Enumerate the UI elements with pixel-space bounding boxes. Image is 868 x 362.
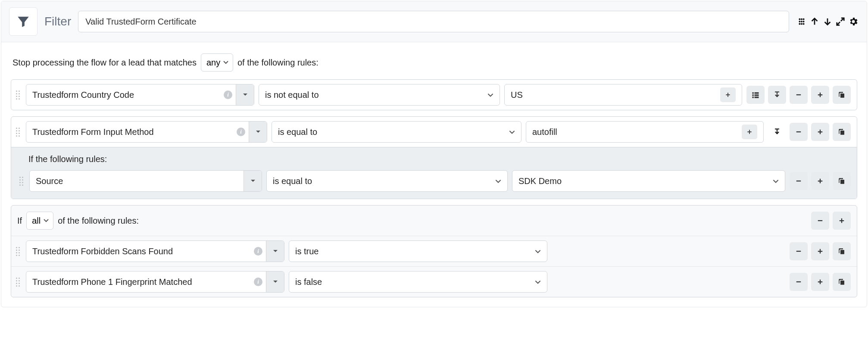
- operator-select[interactable]: is false: [289, 271, 547, 293]
- svg-rect-17: [840, 180, 844, 184]
- add-icon[interactable]: [811, 123, 829, 141]
- step-title-input[interactable]: [78, 11, 789, 32]
- remove-icon[interactable]: [790, 172, 808, 190]
- row-actions: [790, 273, 851, 291]
- info-icon[interactable]: i: [237, 128, 245, 136]
- info-icon[interactable]: i: [254, 247, 262, 256]
- add-icon[interactable]: [811, 86, 829, 104]
- svg-rect-15: [840, 94, 844, 98]
- drag-handle-icon[interactable]: [14, 89, 22, 101]
- insert-below-icon[interactable]: [768, 123, 786, 141]
- value-select[interactable]: SDK Demo: [512, 170, 785, 192]
- list-icon[interactable]: [746, 86, 765, 104]
- row-actions: [790, 172, 851, 190]
- value-label: SDK Demo: [518, 176, 562, 186]
- svg-point-2: [803, 18, 805, 20]
- info-icon[interactable]: i: [254, 278, 262, 286]
- value-input-wrap: [504, 84, 742, 106]
- remove-icon[interactable]: [790, 273, 808, 291]
- sub-rules-title: If the following rules:: [28, 154, 851, 164]
- sub-rule-row: Source is equal to SDK Demo: [17, 170, 851, 192]
- operator-select[interactable]: is equal to: [266, 170, 508, 192]
- svg-rect-11: [752, 94, 754, 96]
- operator-label: is false: [295, 277, 322, 287]
- step-type-label: Filter: [44, 15, 71, 28]
- group-intro: If all of the following rules:: [17, 212, 139, 230]
- insert-below-icon[interactable]: [768, 86, 786, 104]
- operator-select[interactable]: is true: [289, 240, 547, 262]
- svg-point-7: [801, 23, 802, 25]
- chevron-down-icon[interactable]: [266, 241, 284, 262]
- copy-icon[interactable]: [833, 242, 851, 260]
- move-down-icon[interactable]: [822, 16, 833, 27]
- step-header: Filter: [1, 1, 867, 42]
- drag-handle-icon[interactable]: [14, 126, 22, 138]
- chevron-down-icon[interactable]: [266, 272, 284, 292]
- gear-icon[interactable]: [848, 16, 859, 27]
- drag-handle-icon[interactable]: [17, 175, 25, 187]
- header-actions: [796, 16, 859, 27]
- field-label: Trustedform Country Code: [32, 90, 220, 100]
- chevron-down-icon: [535, 280, 541, 284]
- drag-handle-icon[interactable]: [14, 245, 22, 258]
- copy-icon[interactable]: [833, 86, 851, 104]
- copy-icon[interactable]: [833, 172, 851, 190]
- rule-block: Trustedform Country Code i is not equal …: [11, 79, 857, 110]
- svg-rect-18: [840, 250, 844, 254]
- value-input[interactable]: [532, 127, 738, 137]
- field-select[interactable]: Trustedform Forbidden Scans Found i: [26, 240, 284, 262]
- add-icon[interactable]: [811, 273, 829, 291]
- add-icon[interactable]: [833, 212, 851, 230]
- svg-rect-14: [755, 97, 759, 98]
- svg-rect-9: [752, 92, 754, 94]
- svg-rect-10: [755, 92, 759, 94]
- operator-select[interactable]: is not equal to: [259, 84, 500, 106]
- filter-icon: [9, 7, 37, 36]
- svg-rect-13: [752, 97, 754, 98]
- remove-icon[interactable]: [790, 123, 808, 141]
- field-label: Source: [36, 176, 244, 186]
- field-select[interactable]: Source: [29, 170, 262, 192]
- drag-grid-icon[interactable]: [796, 16, 807, 27]
- chevron-down-icon[interactable]: [236, 84, 254, 105]
- group-before: If: [17, 216, 22, 226]
- add-value-icon[interactable]: [720, 87, 736, 102]
- svg-point-4: [801, 21, 802, 22]
- add-icon[interactable]: [811, 242, 829, 260]
- field-select[interactable]: Trustedform Country Code i: [26, 84, 254, 106]
- field-select[interactable]: Trustedform Form Input Method i: [26, 121, 267, 143]
- operator-label: is equal to: [278, 127, 317, 137]
- match-mode-select[interactable]: any: [201, 53, 233, 72]
- rule-row: Trustedform Forbidden Scans Found i is t…: [11, 236, 857, 267]
- field-label: Trustedform Form Input Method: [32, 127, 233, 137]
- rule-group: If all of the following rules:: [11, 205, 857, 297]
- chevron-down-icon: [773, 179, 779, 183]
- copy-icon[interactable]: [833, 273, 851, 291]
- add-icon[interactable]: [811, 172, 829, 190]
- copy-icon[interactable]: [833, 123, 851, 141]
- value-input[interactable]: [511, 90, 717, 100]
- operator-select[interactable]: is equal to: [272, 121, 521, 143]
- intro-after: of the following rules:: [237, 58, 318, 68]
- field-select[interactable]: Trustedform Phone 1 Fingerprint Matched …: [26, 271, 284, 293]
- svg-point-0: [799, 18, 800, 20]
- rule-row: Trustedform Country Code i is not equal …: [11, 80, 857, 110]
- svg-point-1: [801, 18, 802, 20]
- group-header: If all of the following rules:: [11, 206, 857, 236]
- info-icon[interactable]: i: [224, 90, 232, 99]
- group-actions: [811, 212, 851, 230]
- remove-icon[interactable]: [790, 242, 808, 260]
- drag-handle-icon[interactable]: [14, 276, 22, 288]
- chevron-down-icon[interactable]: [244, 171, 262, 191]
- remove-icon[interactable]: [790, 86, 808, 104]
- add-value-icon[interactable]: [742, 125, 757, 139]
- svg-point-3: [799, 21, 800, 22]
- move-up-icon[interactable]: [809, 16, 820, 27]
- chevron-down-icon: [495, 179, 501, 183]
- chevron-down-icon[interactable]: [249, 122, 267, 142]
- step-body: Stop processing the flow for a lead that…: [1, 42, 867, 307]
- remove-icon[interactable]: [811, 212, 829, 230]
- expand-icon[interactable]: [835, 16, 846, 27]
- group-mode-select[interactable]: all: [26, 212, 53, 230]
- operator-label: is not equal to: [265, 90, 319, 100]
